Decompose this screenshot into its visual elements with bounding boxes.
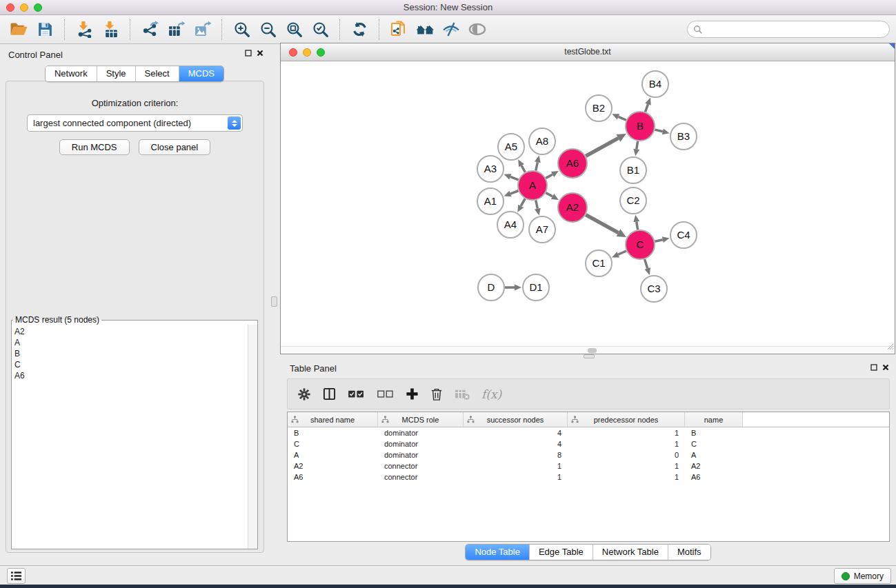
close-table-panel-icon[interactable] [882, 364, 889, 371]
settings-gear-icon[interactable] [297, 387, 311, 401]
task-history-button[interactable] [7, 568, 26, 584]
float-panel-icon[interactable] [245, 50, 252, 57]
column-header-name[interactable]: name [685, 412, 743, 427]
function-builder-icon: f(x) [481, 387, 501, 401]
mcds-result-item[interactable]: A2 [14, 326, 248, 337]
network-hscrollbar[interactable] [281, 346, 895, 354]
unselect-all-checkbox-icon[interactable] [377, 389, 394, 399]
edge-C-C3[interactable] [645, 259, 648, 268]
import-table-icon[interactable] [99, 19, 121, 41]
refresh-layout-icon[interactable] [348, 19, 370, 41]
mcds-result-item[interactable]: B [14, 348, 248, 359]
splitter-grip[interactable] [271, 296, 277, 307]
column-header-MCDS-role[interactable]: MCDS role [378, 412, 464, 427]
import-network-icon[interactable] [73, 19, 95, 41]
horizontal-splitter[interactable] [280, 354, 896, 359]
node-label-B4: B4 [649, 78, 661, 90]
edge-B-B1[interactable] [637, 141, 638, 150]
edge-A-A6[interactable] [546, 174, 552, 178]
select-all-checkbox-icon[interactable] [348, 389, 365, 399]
edge-C-C2[interactable] [637, 222, 638, 230]
run-mcds-button[interactable]: Run MCDS [59, 139, 130, 155]
search-input[interactable] [706, 24, 889, 35]
add-column-icon[interactable] [406, 387, 419, 401]
tab-select[interactable]: Select [135, 66, 179, 81]
control-panel: Control Panel NetworkStyleSelectMCDS Opt… [0, 44, 269, 565]
edge-A-A1[interactable] [510, 191, 518, 194]
tab-network-table[interactable]: Network Table [593, 545, 668, 560]
tab-mcds[interactable]: MCDS [179, 66, 223, 81]
edge-A-A7[interactable] [536, 200, 538, 208]
edge-A-A4[interactable] [521, 199, 525, 206]
table-cell: 0 [568, 451, 685, 459]
mcds-result-item[interactable]: C [14, 359, 248, 370]
edge-C-C4[interactable] [655, 240, 662, 242]
duplicate-network-icon[interactable] [388, 19, 410, 41]
mcds-result-item[interactable]: A [14, 337, 248, 348]
table-row[interactable]: A6connector11A6 [288, 472, 889, 483]
table-tabs-group: Node TableEdge TableNetwork TableMotifs [465, 544, 710, 560]
mcds-result-item[interactable]: A6 [14, 370, 248, 381]
task-list-icon [10, 571, 22, 581]
edge-A-A3[interactable] [510, 176, 519, 180]
edge-A6-B[interactable] [586, 138, 618, 156]
show-selected-icon[interactable] [466, 19, 488, 41]
open-folder-icon[interactable] [8, 19, 30, 41]
zoom-fit-icon[interactable] [283, 19, 305, 41]
network-hscroll-thumb[interactable] [588, 348, 597, 353]
delete-column-icon[interactable] [430, 387, 443, 401]
zoom-selected-icon[interactable] [309, 19, 331, 41]
table-row[interactable]: Bdominator41B [288, 427, 889, 438]
tab-node-table[interactable]: Node Table [466, 545, 529, 560]
result-scrollbar[interactable] [248, 325, 257, 549]
network-zoom-button[interactable] [317, 48, 325, 57]
table-body: Bdominator41BCdominator41CAdominator80AA… [288, 427, 889, 483]
edge-B-B2[interactable] [618, 116, 626, 120]
tab-motifs[interactable]: Motifs [668, 545, 710, 560]
column-header-predecessor-nodes[interactable]: predecessor nodes [568, 412, 685, 427]
column-header-successor-nodes[interactable]: successor nodes [464, 412, 568, 427]
float-table-panel-icon[interactable] [870, 364, 877, 371]
show-all-networks-icon[interactable] [414, 19, 436, 41]
search-field[interactable] [687, 21, 890, 38]
splitter-grip-horizontal[interactable] [584, 354, 595, 358]
toolbar-separator [339, 19, 340, 40]
memory-button[interactable]: Memory [834, 568, 891, 584]
edge-A-A5[interactable] [521, 165, 525, 172]
save-session-icon[interactable] [34, 19, 56, 41]
criterion-dropdown[interactable]: largest connected component (directed) [27, 114, 243, 132]
vertical-splitter[interactable] [269, 44, 280, 565]
edge-A-A2[interactable] [546, 193, 552, 196]
table-row[interactable]: Cdominator41C [288, 438, 889, 449]
minimize-window-button[interactable] [20, 3, 28, 12]
edge-B-B4[interactable] [645, 104, 648, 112]
hide-selected-icon[interactable] [440, 19, 462, 41]
close-panel-icon[interactable] [257, 50, 263, 57]
zoom-window-button[interactable] [34, 3, 42, 12]
edge-A-A8[interactable] [536, 162, 538, 170]
edge-B-B3[interactable] [655, 130, 662, 132]
export-table-icon[interactable] [165, 19, 187, 41]
zoom-out-icon[interactable] [257, 19, 279, 41]
export-network-icon[interactable] [139, 19, 161, 41]
table-row[interactable]: Adominator80A [288, 449, 889, 460]
network-close-button[interactable] [289, 48, 297, 57]
table-row[interactable]: A2connector11A2 [288, 460, 889, 472]
export-image-icon[interactable] [191, 19, 213, 41]
tab-network[interactable]: Network [46, 66, 97, 81]
edge-A2-C[interactable] [586, 215, 618, 233]
tab-edge-table[interactable]: Edge Table [529, 545, 593, 560]
network-window-titlebar[interactable]: testGlobe.txt [281, 43, 895, 61]
edge-C-C1[interactable] [618, 251, 626, 254]
network-minimize-button[interactable] [303, 48, 311, 57]
network-canvas[interactable]: B4B2BB3A5A8A6A3AB1A1C2A2A4A7C4CC1C3DD1 [281, 61, 895, 346]
network-graph: B4B2BB3A5A8A6A3AB1A1C2A2A4A7C4CC1C3DD1 [281, 61, 895, 346]
tab-style[interactable]: Style [97, 66, 135, 81]
close-panel-button[interactable]: Close panel [139, 139, 211, 155]
column-visibility-icon[interactable] [323, 387, 336, 401]
resize-grip-icon[interactable] [886, 341, 894, 353]
toolbar-separator [221, 19, 222, 40]
zoom-in-icon[interactable] [230, 19, 252, 41]
close-window-button[interactable] [6, 3, 14, 12]
column-header-shared-name[interactable]: shared name [288, 412, 378, 427]
